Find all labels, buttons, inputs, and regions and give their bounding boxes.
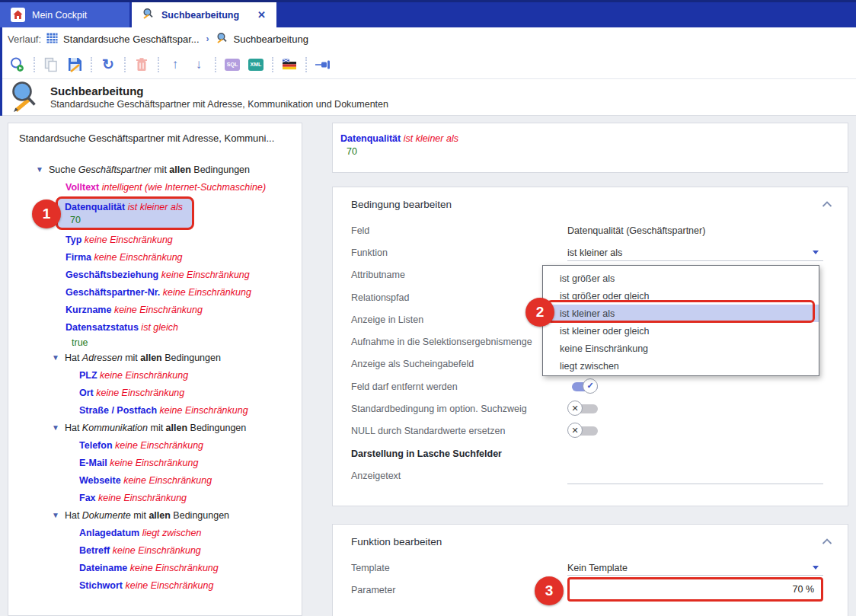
tab-label: Suchbearbeitung <box>161 10 239 21</box>
field-label: Funktion <box>351 247 567 258</box>
tree-item[interactable]: Ort keine Einschränkung <box>8 384 302 401</box>
tree-expander-icon[interactable]: ▼ <box>52 353 59 362</box>
tree-item[interactable]: ▼Suche Geschäftspartner mit allen Beding… <box>8 161 302 178</box>
tree-item-selected[interactable]: Datenqualität ist kleiner als70 <box>56 196 194 230</box>
tab-mein-cockpit[interactable]: Mein Cockpit <box>0 2 129 27</box>
tree-item-value: true <box>8 336 302 349</box>
form-row: Darstellung in Lasche Suchfelder <box>333 442 848 464</box>
tree-expander-icon[interactable]: ▼ <box>36 165 43 174</box>
move-down-icon[interactable]: ↓ <box>189 55 209 75</box>
tree-item[interactable]: Typ keine Einschränkung <box>8 231 302 248</box>
tree-item[interactable]: Anlagedatum liegt zwischen <box>8 524 302 541</box>
toolbar: ↻ ↑ ↓ SQL XML <box>0 50 856 79</box>
pin-icon[interactable] <box>313 55 333 75</box>
close-tab-icon[interactable]: ✕ <box>257 9 266 21</box>
tab-bar: Mein Cockpit Suchbearbeitung ✕ <box>0 0 856 27</box>
text-input[interactable] <box>567 484 823 484</box>
field-label: Anzeige als Sucheingabefeld <box>351 359 567 369</box>
annotation-badge-3: 3 <box>535 576 564 605</box>
move-up-icon[interactable]: ↑ <box>165 55 185 75</box>
annotation-badge-1: 1 <box>32 199 61 228</box>
sql-icon[interactable]: SQL <box>222 55 242 75</box>
copy-icon[interactable] <box>41 55 61 75</box>
dropdown-option[interactable]: ist größer als <box>543 270 819 287</box>
tree-item[interactable]: ▼Hat Adressen mit allen Bedingungen <box>8 349 302 366</box>
tree-item[interactable]: Datensatzstatus ist gleich <box>8 318 302 336</box>
toggle-off[interactable]: ✕ <box>567 401 602 417</box>
grid-icon <box>46 33 58 46</box>
toggle-off[interactable]: ✕ <box>567 423 602 439</box>
search-tree-panel: Standardsuche Geschäftspartner mit Adres… <box>8 123 302 616</box>
field-label: Attributname <box>351 270 567 280</box>
field-value: Datenqualität (Geschäftspartner) <box>567 225 705 236</box>
xml-icon[interactable]: XML <box>246 55 266 75</box>
form-row: NULL durch Standardwerte ersetzen✕ <box>333 420 848 442</box>
tree-item[interactable]: Stichwort keine Einschränkung <box>8 576 302 594</box>
breadcrumb: Verlauf: Standardsuche Geschäftspar... ›… <box>0 27 856 50</box>
breadcrumb-prefix: Verlauf: <box>8 34 41 45</box>
search-edit-icon <box>142 8 155 22</box>
tree-item[interactable]: Geschäftsbeziehung keine Einschränkung <box>8 266 302 283</box>
tree-item[interactable]: Telefon keine Einschränkung <box>8 436 302 454</box>
select-value[interactable]: ist kleiner als <box>567 247 622 258</box>
tree-expander-icon[interactable]: ▼ <box>52 423 59 432</box>
chevron-down-icon[interactable] <box>813 566 819 570</box>
function-form: TemplateKein TemplateParameter70 % <box>333 557 848 602</box>
chevron-down-icon[interactable] <box>813 251 819 254</box>
save-icon[interactable] <box>65 55 85 75</box>
tree-item[interactable]: Fax keine Einschränkung <box>8 489 302 506</box>
refresh-icon[interactable]: ↻ <box>98 55 118 75</box>
tree-item[interactable]: Firma keine Einschränkung <box>8 248 302 266</box>
tree-item[interactable]: PLZ keine Einschränkung <box>8 366 302 384</box>
dropdown-option[interactable]: ist kleiner als <box>543 305 819 322</box>
dropdown-option[interactable]: ist kleiner oder gleich <box>543 322 819 340</box>
toolbar-separator <box>34 57 35 72</box>
tab-suchbearbeitung[interactable]: Suchbearbeitung ✕ <box>132 2 276 27</box>
tree-item[interactable]: Volltext intelligent (wie Internet-Suchm… <box>8 178 302 196</box>
function-dropdown: ist größer alsist größer oder gleichist … <box>542 265 819 376</box>
tree-item[interactable]: E-Mail keine Einschränkung <box>8 454 302 471</box>
field-label: NULL durch Standardwerte ersetzen <box>351 426 567 436</box>
tree-item[interactable]: ▼Hat Kommunikation mit allen Bedingungen <box>8 419 302 436</box>
field-label: Standardbedingung im option. Suchzweig <box>351 404 567 414</box>
breadcrumb-item[interactable]: Suchbearbeitung <box>234 34 308 45</box>
field-label: Anzeigetext <box>351 471 567 481</box>
run-search-icon[interactable] <box>8 55 27 75</box>
tree-item[interactable]: Kurzname keine Einschränkung <box>8 301 302 318</box>
collapse-section-icon[interactable] <box>822 199 832 210</box>
tree-expander-icon[interactable]: ▼ <box>52 511 59 519</box>
dropdown-option[interactable]: keine Einschränkung <box>543 340 819 357</box>
page-header: Suchbearbeitung Standardsuche Geschäftsp… <box>0 79 856 116</box>
tree-item[interactable]: Straße / Postfach keine Einschränkung <box>8 401 302 419</box>
select-value[interactable]: Kein Template <box>567 563 628 573</box>
search-edit-icon <box>216 32 228 46</box>
toolbar-separator <box>124 57 126 72</box>
field-label: Feld darf entfernt werden <box>351 381 567 392</box>
language-german-icon[interactable] <box>279 55 299 75</box>
delete-icon[interactable] <box>132 55 152 75</box>
tree-item[interactable]: Dateiname keine Einschränkung <box>8 559 302 576</box>
field-label: Feld <box>351 225 567 236</box>
field-label: Aufnahme in die Selektionsergebnismenge <box>351 337 567 347</box>
form-row: TemplateKein Template <box>333 557 848 579</box>
parameter-input[interactable]: 70 % <box>567 577 823 602</box>
tree-item[interactable]: Betreff keine Einschränkung <box>8 541 302 559</box>
home-icon <box>11 8 25 22</box>
collapse-section-icon[interactable] <box>822 537 832 547</box>
tree-item[interactable]: ▼Hat Dokumente mit allen Bedingungen <box>8 506 302 524</box>
card-title: Funktion bearbeiten <box>351 536 442 547</box>
dropdown-option[interactable]: liegt zwischen <box>543 357 819 375</box>
toolbar-separator <box>158 57 159 72</box>
input-underline <box>567 575 823 576</box>
form-row: Anzeigetext <box>333 464 848 487</box>
page-subtitle: Standardsuche Geschäftspartner mit Adres… <box>50 98 388 111</box>
tree-item[interactable]: Webseite keine Einschränkung <box>8 471 302 489</box>
card-title: Bedingung bearbeiten <box>351 199 452 210</box>
form-row: Funktionist kleiner als <box>333 241 848 263</box>
tree-item[interactable]: Geschäftspartner-Nr. keine Einschränkung <box>8 283 302 301</box>
dropdown-option[interactable]: ist größer oder gleich <box>543 287 819 305</box>
breadcrumb-item[interactable]: Standardsuche Geschäftspar... <box>63 34 200 45</box>
toolbar-separator <box>305 57 307 72</box>
form-row: Parameter70 % <box>333 579 848 601</box>
toggle-on[interactable]: ✓ <box>567 379 602 394</box>
